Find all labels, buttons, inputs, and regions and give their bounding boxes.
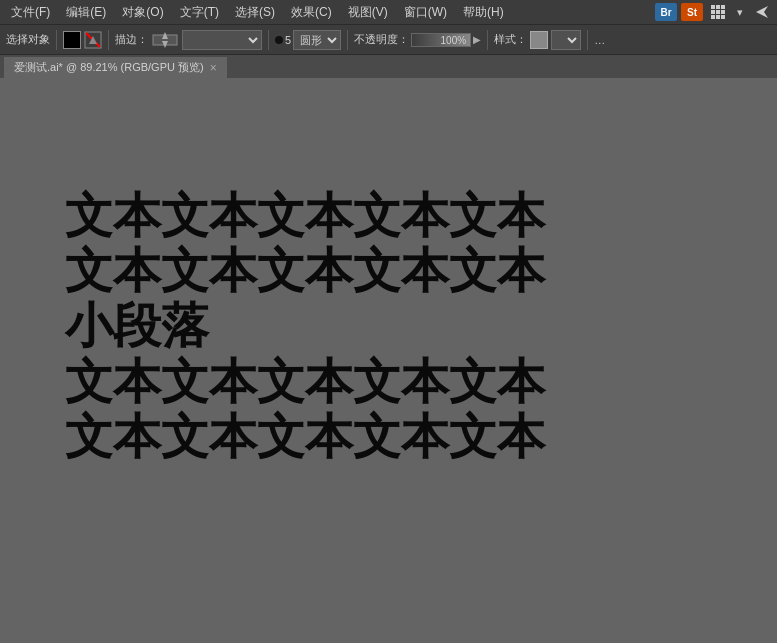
text-line-1: 文本文本文本文本文本 [65,188,545,243]
document-tab[interactable]: 爱测试.ai* @ 89.21% (RGB/GPU 预览) × [4,57,227,79]
select-tool-label: 选择对象 [6,32,50,47]
fill-arrow-icon[interactable] [84,31,102,49]
tab-close-button[interactable]: × [210,61,217,75]
canvas-area: 文本文本文本文本文本 文本文本文本文本文本 小段落 文本文本文本文本文本 文本文… [0,78,777,643]
opacity-section: 不透明度： 100% ▶ [354,32,481,47]
share-icon[interactable] [751,3,773,21]
bridge-icons-area: Br St ▾ [655,3,773,21]
menu-help[interactable]: 帮助(H) [456,2,511,23]
divider-3 [268,30,269,50]
brush-count: 5 [285,34,291,46]
menu-effect[interactable]: 效果(C) [284,2,339,23]
stroke-section: 描边： [115,30,262,50]
brush-shape-select[interactable]: 圆形 [293,30,341,50]
tab-title: 爱测试.ai* @ 89.21% (RGB/GPU 预览) [14,60,204,75]
opacity-label: 不透明度： [354,32,409,47]
style-label: 样式： [494,32,527,47]
text-line-4: 文本文本文本文本文本 [65,354,545,409]
menu-bar: 文件(F) 编辑(E) 对象(O) 文字(T) 选择(S) 效果(C) 视图(V… [0,0,777,24]
opacity-value: 100% [441,34,467,48]
divider-6 [587,30,588,50]
text-line-2: 文本文本文本文本文本 [65,243,545,298]
extra-label: … [594,34,605,46]
text-content: 文本文本文本文本文本 文本文本文本文本文本 小段落 文本文本文本文本文本 文本文… [65,188,545,464]
brush-dot-icon [275,36,283,44]
stroke-select[interactable] [182,30,262,50]
divider-1 [56,30,57,50]
style-select[interactable] [551,30,581,50]
divider-2 [108,30,109,50]
menu-window[interactable]: 窗口(W) [397,2,454,23]
stroke-label: 描边： [115,32,148,47]
menu-select[interactable]: 选择(S) [228,2,282,23]
select-tool-section: 选择对象 [6,32,50,47]
stroke-icon[interactable] [151,30,179,50]
divider-4 [347,30,348,50]
bridge-icon[interactable]: Br [655,3,677,21]
menu-edit[interactable]: 编辑(E) [59,2,113,23]
workspace-dropdown[interactable]: ▾ [733,3,747,21]
style-color-box[interactable] [530,31,548,49]
toolbar: 选择对象 描边： 5 圆形 [0,24,777,54]
menu-file[interactable]: 文件(F) [4,2,57,23]
divider-5 [487,30,488,50]
text-line-3: 小段落 [65,298,545,353]
opacity-bar[interactable]: 100% [411,33,471,47]
text-line-5: 文本文本文本文本文本 [65,409,545,464]
tab-bar: 爱测试.ai* @ 89.21% (RGB/GPU 预览) × [0,54,777,78]
menu-text[interactable]: 文字(T) [173,2,226,23]
brush-size-section: 5 圆形 [275,30,341,50]
fill-color-section [63,31,102,49]
fill-color-box[interactable] [63,31,81,49]
menu-view[interactable]: 视图(V) [341,2,395,23]
grid-layout-icon[interactable] [707,3,729,21]
style-section: 样式： [494,30,581,50]
menu-object[interactable]: 对象(O) [115,2,170,23]
opacity-chevron[interactable]: ▶ [473,34,481,45]
stock-icon[interactable]: St [681,3,703,21]
